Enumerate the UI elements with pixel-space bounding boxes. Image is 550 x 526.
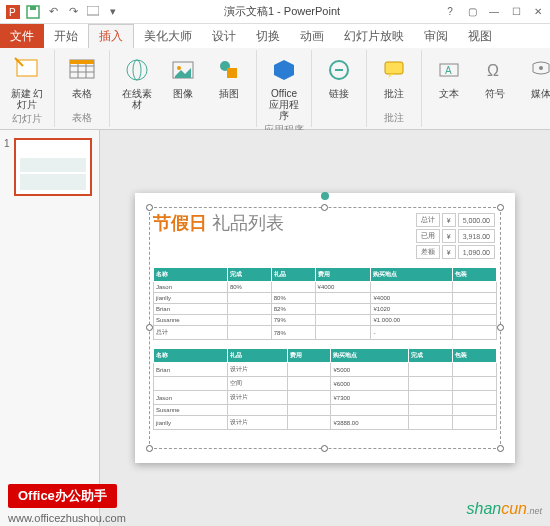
window-controls: ? ▢ — ☐ ✕ <box>442 4 546 20</box>
textbox-icon: A <box>433 54 465 86</box>
group-apps: Office 应用程序 应用程序 <box>257 50 312 127</box>
redo-icon[interactable]: ↷ <box>64 3 82 21</box>
group-text: A 文本 Ω 符号 媒体 <box>422 50 550 127</box>
symbol-icon: Ω <box>479 54 511 86</box>
ribbon: 新建 幻灯片 幻灯片 表格 表格 在线素 材 图像 插图 <box>0 48 550 130</box>
image-icon <box>167 54 199 86</box>
svg-point-15 <box>177 66 181 70</box>
tab-insert[interactable]: 插入 <box>88 24 134 48</box>
office-apps-button[interactable]: Office 应用程序 <box>263 52 305 123</box>
media-icon <box>525 54 550 86</box>
svg-rect-3 <box>30 6 36 10</box>
resize-handle[interactable] <box>146 324 153 331</box>
footer-url: www.officezhushou.com <box>8 512 126 524</box>
resize-handle[interactable] <box>146 204 153 211</box>
qat-dropdown-icon[interactable]: ▾ <box>104 3 122 21</box>
svg-point-12 <box>127 60 147 80</box>
rotate-handle[interactable] <box>321 192 329 200</box>
tab-beautify[interactable]: 美化大师 <box>134 24 202 48</box>
svg-text:P: P <box>9 7 16 18</box>
resize-handle[interactable] <box>497 324 504 331</box>
illustration-button[interactable]: 插图 <box>208 52 250 101</box>
svg-rect-17 <box>227 68 237 78</box>
svg-text:Ω: Ω <box>487 62 499 79</box>
svg-text:A: A <box>445 65 452 76</box>
group-comments: 批注 批注 <box>367 50 422 127</box>
symbol-button[interactable]: Ω 符号 <box>474 52 516 101</box>
thumbnail-image[interactable] <box>14 138 92 196</box>
media-button[interactable]: 媒体 <box>520 52 550 101</box>
table-button[interactable]: 表格 <box>61 52 103 101</box>
workspace: 1 节假日 礼品列表 总计¥5,000.00 <box>0 130 550 526</box>
new-slide-button[interactable]: 新建 幻灯片 <box>6 52 48 112</box>
shapes-icon <box>213 54 245 86</box>
svg-rect-11 <box>70 60 94 64</box>
svg-rect-4 <box>87 6 99 15</box>
tab-review[interactable]: 审阅 <box>414 24 458 48</box>
thumbnail-1[interactable]: 1 <box>4 138 95 196</box>
image-button[interactable]: 图像 <box>162 52 204 101</box>
window-title: 演示文稿1 - PowerPoint <box>122 4 442 19</box>
resize-handle[interactable] <box>497 204 504 211</box>
footer-badge: Office办公助手 <box>8 484 117 508</box>
group-images: 在线素 材 图像 插图 <box>110 50 257 127</box>
group-slides: 新建 幻灯片 幻灯片 <box>0 50 55 127</box>
globe-icon <box>121 54 153 86</box>
minimize-icon[interactable]: — <box>486 4 502 20</box>
table-icon <box>66 54 98 86</box>
start-slideshow-icon[interactable] <box>84 3 102 21</box>
online-content-button[interactable]: 在线素 材 <box>116 52 158 112</box>
title-bar: P ↶ ↷ ▾ 演示文稿1 - PowerPoint ? ▢ — ☐ ✕ <box>0 0 550 24</box>
ribbon-options-icon[interactable]: ▢ <box>464 4 480 20</box>
tab-transition[interactable]: 切换 <box>246 24 290 48</box>
powerpoint-icon[interactable]: P <box>4 3 22 21</box>
resize-handle[interactable] <box>321 445 328 452</box>
svg-point-13 <box>133 60 141 80</box>
tab-file[interactable]: 文件 <box>0 24 44 48</box>
resize-handle[interactable] <box>497 445 504 452</box>
tab-view[interactable]: 视图 <box>458 24 502 48</box>
resize-handle[interactable] <box>321 204 328 211</box>
resize-handle[interactable] <box>146 445 153 452</box>
ribbon-tabs: 文件 开始 插入 美化大师 设计 切换 动画 幻灯片放映 审阅 视图 <box>0 24 550 48</box>
selection-box[interactable] <box>149 207 501 449</box>
help-icon[interactable]: ? <box>442 4 458 20</box>
group-tables: 表格 表格 <box>55 50 110 127</box>
svg-rect-19 <box>385 62 403 74</box>
close-icon[interactable]: ✕ <box>530 4 546 20</box>
tab-animation[interactable]: 动画 <box>290 24 334 48</box>
svg-point-23 <box>539 66 543 70</box>
quick-access-toolbar: P ↶ ↷ ▾ <box>4 3 122 21</box>
maximize-icon[interactable]: ☐ <box>508 4 524 20</box>
tab-slideshow[interactable]: 幻灯片放映 <box>334 24 414 48</box>
undo-icon[interactable]: ↶ <box>44 3 62 21</box>
group-links: 链接 <box>312 50 367 127</box>
slide-canvas[interactable]: 节假日 礼品列表 总计¥5,000.00已用¥3,918.00差额¥1,090.… <box>135 193 515 463</box>
link-button[interactable]: 链接 <box>318 52 360 101</box>
slide-editor[interactable]: 节假日 礼品列表 总计¥5,000.00已用¥3,918.00差额¥1,090.… <box>100 130 550 526</box>
tab-home[interactable]: 开始 <box>44 24 88 48</box>
footer-logo: shancun.net <box>466 500 542 518</box>
comment-button[interactable]: 批注 <box>373 52 415 101</box>
tab-design[interactable]: 设计 <box>202 24 246 48</box>
save-icon[interactable] <box>24 3 42 21</box>
new-slide-icon <box>11 54 43 86</box>
link-icon <box>323 54 355 86</box>
apps-icon <box>268 54 300 86</box>
slide-thumbnail-pane[interactable]: 1 <box>0 130 100 526</box>
text-button[interactable]: A 文本 <box>428 52 470 101</box>
comment-icon <box>378 54 410 86</box>
